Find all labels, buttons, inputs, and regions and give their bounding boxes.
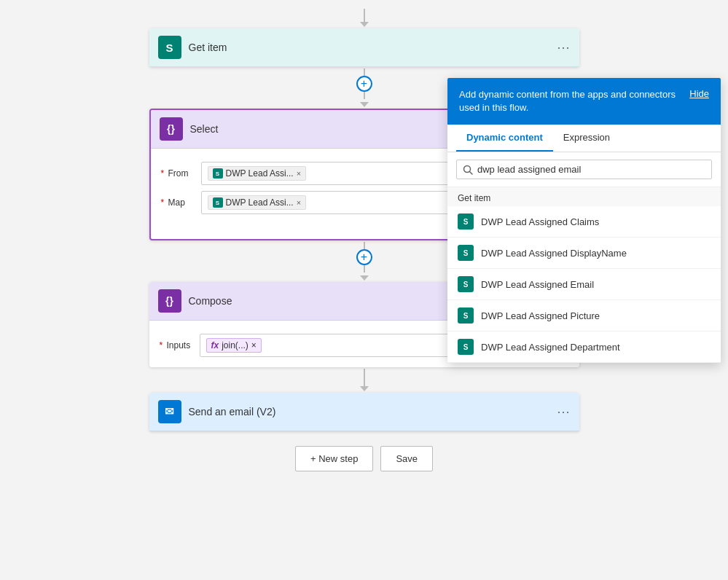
panel-tabs: Dynamic content Expression: [447, 125, 721, 152]
from-label: * From: [161, 168, 201, 179]
panel-item-claims[interactable]: S DWP Lead Assigned Claims: [447, 206, 721, 238]
send-email-more[interactable]: ···: [557, 404, 570, 420]
panel-item-department-label: DWP Lead Assigned Department: [481, 342, 620, 353]
map-token: S DWP Lead Assi... ×: [208, 195, 307, 210]
tab-dynamic-content[interactable]: Dynamic content: [456, 125, 553, 152]
send-email-icon: ✉: [158, 400, 181, 423]
panel-item-department-icon: S: [458, 339, 474, 355]
map-token-close[interactable]: ×: [297, 198, 301, 207]
get-item-more[interactable]: ···: [557, 40, 570, 55]
tab-expression[interactable]: Expression: [553, 125, 620, 152]
from-token-icon: S: [213, 168, 223, 179]
svg-line-3: [470, 171, 473, 174]
from-token-text: DWP Lead Assi...: [226, 168, 294, 179]
select-icon-text: {}: [167, 123, 175, 135]
plus-connector-1[interactable]: +: [356, 68, 372, 99]
main-canvas: S Get item ··· + {} Select ···: [0, 0, 728, 580]
inputs-token-close[interactable]: ×: [251, 340, 257, 350]
panel-header: Add dynamic content from the apps and co…: [447, 78, 721, 125]
new-step-button[interactable]: + New step: [295, 446, 373, 471]
inputs-label: * Inputs: [160, 340, 200, 350]
panel-item-claims-label: DWP Lead Assigned Claims: [481, 216, 599, 227]
panel-item-displayname[interactable]: S DWP Lead Assigned DisplayName: [447, 238, 721, 269]
panel-section-label: Get item: [447, 187, 721, 206]
panel-item-picture-icon: S: [458, 307, 474, 324]
panel-header-text: Add dynamic content from the apps and co…: [459, 88, 681, 114]
map-token-text: DWP Lead Assi...: [226, 197, 294, 208]
send-email-title: Send an email (V2): [189, 406, 557, 418]
bottom-buttons: + New step Save: [295, 446, 433, 471]
arrow-2: [360, 102, 369, 107]
inputs-token-text: join(...): [222, 340, 248, 350]
inputs-token-fx: fx join(...) ×: [206, 338, 262, 353]
search-input[interactable]: [477, 164, 705, 175]
select-icon: {}: [160, 117, 183, 141]
plus-connector-2[interactable]: +: [356, 242, 372, 273]
panel-item-displayname-label: DWP Lead Assigned DisplayName: [481, 248, 627, 259]
panel-item-email[interactable]: S DWP Lead Assigned Email: [447, 269, 721, 300]
plus-circle-2[interactable]: +: [356, 249, 372, 265]
panel-item-displayname-icon: S: [458, 245, 474, 261]
plus-circle-1[interactable]: +: [356, 76, 372, 92]
get-item-title: Get item: [189, 42, 557, 53]
send-email-header[interactable]: ✉ Send an email (V2) ···: [149, 393, 579, 431]
panel-item-claims-icon: S: [458, 213, 474, 230]
send-email-icon-symbol: ✉: [165, 405, 174, 418]
from-token-close[interactable]: ×: [297, 169, 301, 178]
panel-item-picture-label: DWP Lead Assigned Picture: [481, 310, 600, 321]
dynamic-panel: Add dynamic content from the apps and co…: [447, 78, 721, 363]
compose-icon-text: {}: [165, 295, 173, 307]
map-token-icon: S: [213, 197, 223, 208]
panel-item-email-icon: S: [458, 276, 474, 292]
top-arrow: [360, 9, 369, 27]
compose-icon: {}: [158, 289, 181, 313]
search-box[interactable]: [456, 160, 712, 179]
arrow-4: [360, 369, 369, 391]
panel-item-picture[interactable]: S DWP Lead Assigned Picture: [447, 300, 721, 332]
panel-hide-button[interactable]: Hide: [689, 88, 709, 99]
send-email-card: ✉ Send an email (V2) ···: [149, 393, 579, 431]
get-item-card: S Get item ···: [149, 28, 579, 67]
get-item-icon: S: [158, 36, 181, 59]
arrow-3: [360, 275, 369, 281]
panel-search: [447, 152, 721, 187]
panel-item-department[interactable]: S DWP Lead Assigned Department: [447, 332, 721, 363]
map-label: * Map: [161, 197, 201, 208]
from-token: S DWP Lead Assi... ×: [208, 166, 307, 181]
search-icon: [463, 165, 473, 175]
get-item-header[interactable]: S Get item ···: [149, 28, 579, 67]
panel-item-email-label: DWP Lead Assigned Email: [481, 279, 594, 290]
get-item-icon-letter: S: [165, 42, 173, 54]
save-button[interactable]: Save: [380, 446, 433, 471]
fx-icon: fx: [211, 340, 219, 350]
